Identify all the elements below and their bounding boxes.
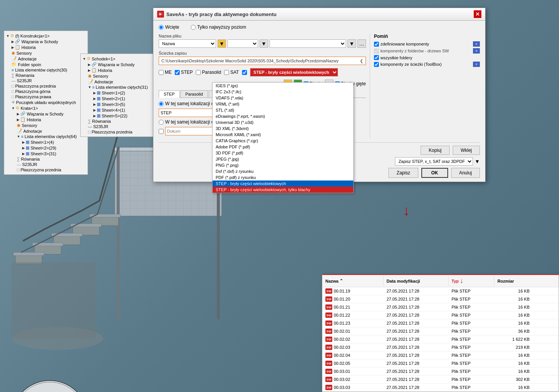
tab-step[interactable]: STEP: [159, 90, 180, 98]
check-sat[interactable]: SAT: [224, 70, 239, 75]
extra-btn2[interactable]: ▼: [348, 39, 356, 48]
dropdown-item-selected[interactable]: STEP - bryły części wieloobiektowych: [213, 181, 353, 187]
radio-wciete[interactable]: Wcięte: [159, 24, 179, 30]
tree-item[interactable]: 📁 Folder spoin: [11, 62, 86, 67]
col-header-typ[interactable]: Typ ↓: [448, 276, 494, 286]
wklej-button[interactable]: Wklej: [453, 146, 480, 155]
file-row[interactable]: SW 00.02.01 27.05.2021 17:28 Plik STEP 3…: [322, 327, 559, 335]
file-type-cell: Plik STEP: [448, 344, 494, 350]
col-header-nazwa[interactable]: Nazwa ⌃: [322, 276, 384, 286]
dropdown-item[interactable]: IGES (*.igs): [213, 83, 353, 89]
tree-item[interactable]: ▶ 📋 Historia: [17, 117, 86, 122]
tree-item[interactable]: ∑ Równania: [11, 73, 86, 78]
dropdown-item[interactable]: CATIA Graphics (*.cgr): [213, 138, 353, 144]
list-icon-2[interactable]: ≡: [473, 48, 480, 54]
tree-item[interactable]: ▶ 🔗 Wiązania w Schody: [11, 39, 86, 44]
tree-item[interactable]: — S235JR: [17, 162, 86, 167]
tree-item[interactable]: ∑ Równania: [17, 156, 86, 162]
tree-item[interactable]: ▶ ▦ Sheet<1>(4): [22, 139, 86, 145]
check-foldery-drzewo[interactable]: komponenty z folderów - drzewo SW: [374, 49, 449, 54]
tree-item[interactable]: ▶ ▦ Sheet<3>(31): [22, 151, 86, 156]
file-row[interactable]: SW 00.03.02 27.05.2021 17:28 Plik STEP 3…: [322, 376, 559, 384]
extra-dropdown1[interactable]: [227, 39, 258, 48]
tree-root[interactable]: ▼ ⚙ (f) Konstrukcja<1>: [6, 33, 86, 39]
check-step[interactable]: STEP: [175, 70, 193, 75]
zapisz-button[interactable]: Zapisz: [388, 168, 418, 178]
dropdown-item[interactable]: Universal 3D (*.u3d): [213, 119, 353, 125]
tree-item[interactable]: 📝 Adnotacje: [11, 56, 86, 62]
title-left: SaveAs - tryb pracy dla aktywnego dokume…: [157, 11, 276, 18]
dropdown-item[interactable]: eDrawings (*.eprt, *.easm): [213, 113, 353, 119]
save-type-dropdown[interactable]: Zapisz STEP, x_t, SAT oraz 3DPDF: [395, 157, 473, 166]
radio-row: Wcięte Tylko najwyższy poziom: [159, 24, 480, 30]
dropdown-item-selected2[interactable]: STEP - bryły części wieloobiektowych, ty…: [213, 187, 353, 193]
tree-item[interactable]: ▶ ▦ Sheet<2>(29): [22, 145, 86, 151]
close-button[interactable]: ✕: [474, 10, 481, 18]
file-row[interactable]: SW 00.02.04 27.05.2021 17:28 Plik STEP 1…: [322, 351, 559, 359]
file-row[interactable]: SW 00.03.03 27.05.2021 17:28 Plik STEP 1…: [322, 384, 559, 392]
path-nav-icon: ❮: [360, 59, 363, 63]
check-parasolid[interactable]: Parasolid: [196, 70, 221, 75]
dropdown-item[interactable]: PNG (*.png): [213, 162, 353, 168]
tree-item[interactable]: ✛ Początek układu współrzędnych: [11, 99, 86, 105]
dropdown-item[interactable]: JPEG (*.jpg): [213, 156, 353, 162]
dropdown-item[interactable]: 3D XML (*.3dxml): [213, 125, 353, 132]
extra-btn3[interactable]: …: [358, 39, 366, 48]
radio-najwyzszy[interactable]: Tylko najwyższy poziom: [191, 24, 246, 30]
tree-sensory[interactable]: ◉ Sensory: [11, 50, 86, 56]
list-icon-4[interactable]: ≡: [473, 62, 480, 67]
path-text: C:\Users\karpi\Desktop\Szkolenie MacroSo…: [161, 59, 358, 63]
dropdown-item[interactable]: VDAFS (*.vda): [213, 95, 353, 101]
file-row[interactable]: SW 00.01.22 27.05.2021 17:28 Plik STEP 1…: [322, 311, 559, 319]
anuluj-button[interactable]: Anuluj: [451, 168, 480, 178]
tree-item[interactable]: □ Płaszczyzna prawa: [11, 94, 86, 99]
file-row[interactable]: SW 00.01.23 27.05.2021 17:28 Plik STEP 1…: [322, 319, 559, 327]
file-row[interactable]: SW 00.03.01 27.05.2021 17:28 Plik STEP 1…: [322, 368, 559, 376]
tree-item[interactable]: □ Płaszczyzna przednia: [11, 83, 86, 89]
list-icon-1[interactable]: ≡: [473, 41, 480, 47]
filename-dropdown[interactable]: Nazwa: [159, 39, 216, 48]
check-wszystkie-foldery[interactable]: wszystkie foldery: [374, 55, 412, 60]
dropdown-item[interactable]: STL (*.stl): [213, 107, 353, 113]
sort-arrow-icon: ↓: [460, 277, 463, 285]
kopiuj-button[interactable]: Kopiuj: [421, 146, 449, 155]
tree-sensory2[interactable]: ◉ Sensory: [17, 122, 86, 128]
pomin-panel: Pomiń zdefiniowane komponenty ≡ komponen…: [370, 34, 480, 138]
ok-button[interactable]: OK: [421, 168, 448, 178]
tree-krata[interactable]: ▼ ⚙ Krata<1>: [11, 105, 86, 111]
check-zdefiniowane[interactable]: zdefiniowane komponenty: [374, 42, 429, 47]
tree-item[interactable]: ≡ Lista elementów ciętych(30): [11, 67, 86, 73]
check-me[interactable]: ME: [159, 70, 172, 75]
tree-item[interactable]: ▶ 🔗 Wiązania w Schody: [17, 111, 86, 117]
tree-item[interactable]: ▼ ≡ Lista elementów ciętych(64): [17, 134, 86, 139]
dropdown-item[interactable]: Adobe PDF (*.pdf): [213, 144, 353, 150]
file-row[interactable]: SW 00.02.02 27.05.2021 17:28 Plik STEP 1…: [322, 335, 559, 343]
dropdown-item[interactable]: 3D PDF (*.pdf): [213, 150, 353, 156]
file-row[interactable]: SW 00.02.03 27.05.2021 17:28 Plik STEP 2…: [322, 343, 559, 351]
dropdown-item[interactable]: Microsoft XAML (*.xaml): [213, 132, 353, 138]
dropdown-item[interactable]: IFC 2x3 (*.ifc): [213, 89, 353, 95]
extra-btn1[interactable]: ▼: [260, 39, 268, 48]
extra-dropdown2[interactable]: [270, 39, 346, 48]
tree-item[interactable]: ▶ 📋 Historia: [11, 44, 86, 50]
doc-checkbox[interactable]: [159, 129, 164, 134]
check-extra[interactable]: [242, 70, 247, 75]
dropdown-item[interactable]: Dxf (*.dxf) z rysunku: [213, 168, 353, 174]
file-row[interactable]: SW 00.01.21 27.05.2021 17:28 Plik STEP 1…: [322, 303, 559, 311]
tree-item[interactable]: 📝 Adnotacje: [17, 128, 86, 134]
tree-item[interactable]: □ Płaszczyzna przednia: [17, 167, 86, 172]
file-row[interactable]: SW 00.01.20 27.05.2021 17:28 Plik STEP 1…: [322, 295, 559, 303]
tree-item[interactable]: □ Płaszczyzna górna: [11, 89, 86, 94]
col-header-data[interactable]: Data modyfikacji: [384, 276, 448, 286]
file-row[interactable]: SW 00.01.19 27.05.2021 17:28 Plik STEP 1…: [322, 287, 559, 295]
format-select[interactable]: STEP - bryły części wieloobiektowych: [250, 68, 338, 76]
dropdown-arrow-icon[interactable]: ▼: [474, 158, 480, 164]
dropdown-item[interactable]: VRML (*.wrl): [213, 101, 353, 107]
check-toolbox[interactable]: komponenty ze ścieżki (ToolBox): [374, 62, 442, 67]
tab-parasolid[interactable]: Parasolid: [180, 90, 208, 98]
yellow-btn[interactable]: ▼: [218, 39, 226, 48]
dropdown-item[interactable]: PDF (*.pdf) z rysunku: [213, 174, 353, 181]
tree-item[interactable]: — S235JR: [11, 78, 86, 83]
file-row[interactable]: SW 00.02.05 27.05.2021 17:28 Plik STEP 1…: [322, 359, 559, 368]
col-header-rozmiar[interactable]: Rozmiar: [494, 276, 533, 286]
